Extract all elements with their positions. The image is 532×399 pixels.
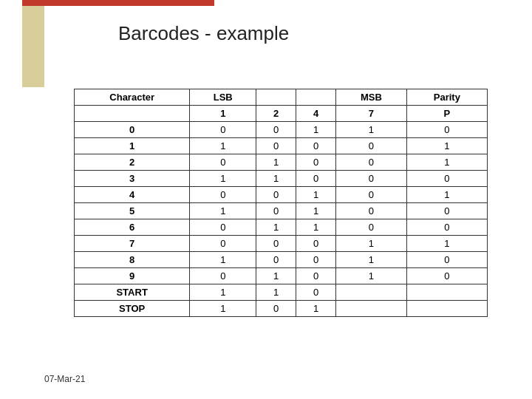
table-cell: 1 (406, 154, 487, 171)
table-cell: STOP (75, 301, 190, 317)
table-cell: 0 (190, 154, 256, 171)
table-row: 400101 (75, 187, 488, 203)
table-cell: 1 (75, 138, 190, 154)
table-cell: 2 (75, 154, 190, 171)
table-cell: START (75, 284, 190, 301)
table-row: 201001 (75, 154, 488, 171)
table-cell: 0 (190, 122, 256, 138)
col-header-lsb: LSB (190, 89, 256, 106)
table-cell: 1 (296, 122, 336, 138)
table-cell: 1 (190, 301, 256, 317)
table-cell: 0 (256, 203, 296, 219)
col-header-character: Character (75, 89, 190, 106)
table-row: 510100 (75, 203, 488, 219)
col-header-blank2 (296, 89, 336, 106)
table-cell: 1 (256, 219, 296, 236)
table-cell: 0 (190, 268, 256, 284)
table-row: 110001 (75, 138, 488, 154)
table-cell: 0 (336, 154, 406, 171)
table-cell: 0 (336, 187, 406, 203)
subheader-1: 1 (190, 106, 256, 122)
table-cell: 0 (336, 171, 406, 187)
subheader-row: 1 2 4 7 P (75, 106, 488, 122)
table-cell: 0 (296, 138, 336, 154)
col-header-msb: MSB (336, 89, 406, 106)
table-row: 311000 (75, 171, 488, 187)
table-cell: 1 (256, 171, 296, 187)
table-cell: 0 (190, 219, 256, 236)
table-cell: 0 (296, 171, 336, 187)
table-cell (406, 284, 487, 301)
table-cell: 4 (75, 187, 190, 203)
table-cell: 1 (336, 252, 406, 268)
table-row: 810010 (75, 252, 488, 268)
table-cell: 1 (190, 203, 256, 219)
table-cell: 0 (190, 236, 256, 252)
table-cell: 1 (296, 219, 336, 236)
table-cell: 1 (190, 171, 256, 187)
table-cell: 0 (190, 187, 256, 203)
table-cell: 1 (336, 236, 406, 252)
table-cell: 0 (75, 122, 190, 138)
table-cell: 1 (406, 236, 487, 252)
col-header-blank1 (256, 89, 296, 106)
table-row: START110 (75, 284, 488, 301)
table-cell: 0 (336, 138, 406, 154)
table-cell: 0 (336, 203, 406, 219)
table-cell: 0 (256, 187, 296, 203)
table-cell: 1 (256, 154, 296, 171)
table-cell: 1 (190, 284, 256, 301)
table-cell: 0 (406, 171, 487, 187)
table-cell: 0 (336, 219, 406, 236)
table-cell: 1 (296, 187, 336, 203)
header-row: Character LSB MSB Parity (75, 89, 488, 106)
subheader-2: 2 (256, 106, 296, 122)
page-title: Barcodes - example (118, 22, 289, 45)
deco-rect-left (22, 6, 44, 87)
table-cell (336, 284, 406, 301)
table-cell: 8 (75, 252, 190, 268)
table-cell: 1 (256, 284, 296, 301)
table-row: STOP101 (75, 301, 488, 317)
table-cell: 0 (296, 252, 336, 268)
col-header-parity: Parity (406, 89, 487, 106)
table-cell: 1 (190, 252, 256, 268)
table-cell: 1 (296, 301, 336, 317)
table-cell: 1 (336, 268, 406, 284)
table-cell: 1 (406, 138, 487, 154)
subheader-7: 7 (336, 106, 406, 122)
table-cell (336, 301, 406, 317)
table-cell: 1 (256, 268, 296, 284)
table-row: 700011 (75, 236, 488, 252)
table-cell: 0 (256, 301, 296, 317)
table-cell: 0 (406, 203, 487, 219)
table-container: Character LSB MSB Parity 1 2 4 7 P 00011… (74, 89, 488, 317)
table-row: 000110 (75, 122, 488, 138)
table-cell (406, 301, 487, 317)
table-cell: 1 (406, 187, 487, 203)
subheader-char (75, 106, 190, 122)
subheader-p: P (406, 106, 487, 122)
table-cell: 7 (75, 236, 190, 252)
table-cell: 0 (406, 268, 487, 284)
table-cell: 0 (406, 219, 487, 236)
table-cell: 0 (296, 284, 336, 301)
table-cell: 0 (406, 252, 487, 268)
table-cell: 0 (256, 252, 296, 268)
subheader-4: 4 (296, 106, 336, 122)
table-cell: 0 (256, 122, 296, 138)
table-cell: 5 (75, 203, 190, 219)
table-cell: 1 (336, 122, 406, 138)
table-cell: 0 (256, 236, 296, 252)
table-body: 0001101100012010013110004001015101006011… (75, 122, 488, 317)
barcode-table: Character LSB MSB Parity 1 2 4 7 P 00011… (74, 89, 488, 317)
table-cell: 3 (75, 171, 190, 187)
table-row: 601100 (75, 219, 488, 236)
table-cell: 0 (296, 268, 336, 284)
table-cell: 6 (75, 219, 190, 236)
table-cell: 9 (75, 268, 190, 284)
table-cell: 0 (296, 236, 336, 252)
footer-date: 07-Mar-21 (44, 374, 85, 384)
table-cell: 0 (256, 138, 296, 154)
table-cell: 0 (406, 122, 487, 138)
